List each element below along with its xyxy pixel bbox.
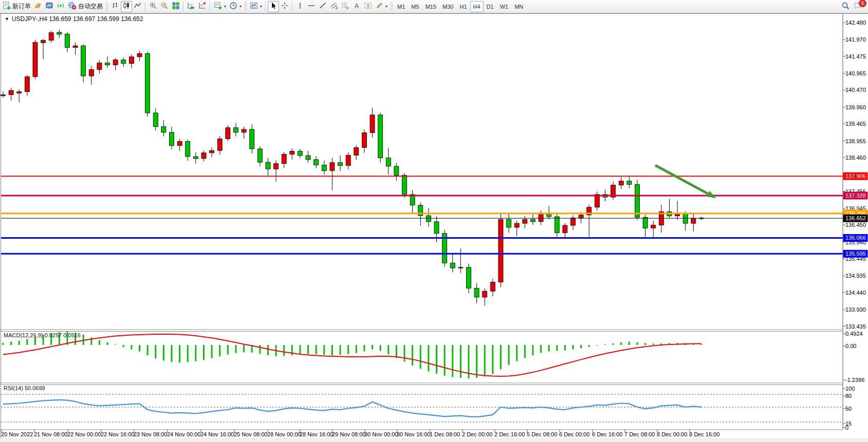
timeframe-M30[interactable]: M30 bbox=[439, 1, 456, 12]
auto-scroll-button[interactable] bbox=[186, 1, 197, 12]
cursor-button[interactable] bbox=[268, 1, 279, 12]
svg-text:135.595: 135.595 bbox=[845, 251, 866, 257]
signal-icon bbox=[57, 2, 65, 11]
svg-text:140.965: 140.965 bbox=[845, 70, 866, 76]
chevron-down-icon: ▾ bbox=[260, 4, 262, 9]
right-tools: 1 bbox=[840, 1, 864, 12]
timeframe-MN[interactable]: MN bbox=[511, 1, 526, 12]
toolbar-separator bbox=[210, 2, 211, 12]
new-order-button[interactable]: 新订单 bbox=[1, 1, 32, 12]
signal-button[interactable] bbox=[55, 1, 66, 12]
svg-text:136.652: 136.652 bbox=[845, 215, 866, 221]
svg-text:137.328: 137.328 bbox=[845, 193, 866, 199]
zoom-out-icon bbox=[160, 2, 169, 11]
svg-text:134.935: 134.935 bbox=[845, 273, 866, 279]
template-button[interactable]: ▾ bbox=[248, 1, 264, 12]
toolbar-separator bbox=[145, 2, 146, 12]
toolbar-grip bbox=[391, 2, 393, 11]
toolbar-separator bbox=[183, 2, 184, 12]
svg-text:28 Nov 16:00: 28 Nov 16:00 bbox=[300, 431, 333, 437]
tile-windows-button[interactable] bbox=[170, 1, 181, 12]
timeframe-M15[interactable]: M15 bbox=[422, 1, 439, 12]
svg-text:20 Nov 2022: 20 Nov 2022 bbox=[1, 431, 33, 437]
auto-trading-label: 自动交易 bbox=[78, 2, 103, 11]
arrows-icon bbox=[375, 2, 383, 11]
market-window-button[interactable] bbox=[44, 1, 55, 12]
tile-windows-icon bbox=[172, 2, 180, 11]
add-indicator-icon bbox=[214, 2, 222, 11]
timeframe-M1[interactable]: M1 bbox=[394, 1, 408, 12]
timeframe-group: M1M5M15M30H1H4D1W1MN bbox=[394, 1, 526, 12]
new-order-icon bbox=[3, 2, 11, 11]
svg-text:133.435: 133.435 bbox=[845, 323, 866, 330]
gold-icon bbox=[34, 2, 42, 11]
svg-text:137.906: 137.906 bbox=[845, 173, 866, 179]
vertical-line-button[interactable] bbox=[294, 1, 306, 12]
timeframe-H1[interactable]: H1 bbox=[456, 1, 470, 12]
search-button[interactable] bbox=[840, 1, 852, 12]
window-borders bbox=[0, 13, 868, 442]
svg-text:50: 50 bbox=[845, 406, 852, 412]
svg-text:0: 0 bbox=[845, 425, 848, 431]
text-label-button[interactable]: T bbox=[362, 1, 374, 12]
add-indicator-button[interactable]: ▾ bbox=[212, 1, 228, 12]
svg-text:140.470: 140.470 bbox=[845, 87, 866, 93]
svg-text:E: E bbox=[336, 6, 338, 10]
gold-button[interactable] bbox=[32, 1, 44, 12]
timeframe-W1[interactable]: W1 bbox=[497, 1, 512, 12]
svg-text:22 Nov 00:00: 22 Nov 00:00 bbox=[67, 431, 101, 437]
fibonacci-button[interactable]: F bbox=[340, 1, 351, 12]
bar-chart-button[interactable] bbox=[109, 1, 121, 12]
chart-canvas[interactable]: 142.480141.970141.475140.965140.470139.9… bbox=[0, 0, 868, 442]
zoom-out-button[interactable] bbox=[159, 1, 170, 12]
chart-shift-button[interactable] bbox=[197, 1, 208, 12]
text-icon: A bbox=[353, 2, 361, 11]
svg-text:30 Nov 00:00: 30 Nov 00:00 bbox=[364, 431, 398, 437]
candlestick-icon bbox=[122, 2, 131, 11]
trendline-button[interactable] bbox=[317, 1, 328, 12]
svg-text:6 Dec 16:00: 6 Dec 16:00 bbox=[592, 431, 622, 437]
svg-text:28 Nov 00:00: 28 Nov 00:00 bbox=[267, 431, 301, 437]
rsi-pane bbox=[3, 400, 701, 417]
timeframe-D1[interactable]: D1 bbox=[484, 1, 497, 12]
svg-text:139.960: 139.960 bbox=[845, 104, 866, 110]
rsi-levels bbox=[1, 394, 843, 422]
notification-badge: 1 bbox=[859, 0, 866, 7]
auto-trading-button[interactable]: 自动交易 bbox=[66, 1, 104, 12]
timeframe-M5[interactable]: M5 bbox=[408, 1, 422, 12]
channel-button[interactable]: E bbox=[328, 1, 340, 12]
timeframe-H4[interactable]: H4 bbox=[470, 1, 484, 12]
crosshair-button[interactable] bbox=[279, 1, 290, 12]
svg-text:F: F bbox=[347, 7, 349, 10]
svg-text:136.066: 136.066 bbox=[845, 235, 866, 241]
zoom-in-button[interactable] bbox=[147, 1, 159, 12]
horizontal-line-button[interactable] bbox=[306, 1, 317, 12]
svg-text:21 Nov 08:00: 21 Nov 08:00 bbox=[34, 431, 67, 437]
svg-text:A: A bbox=[355, 3, 359, 10]
vertical-line-icon bbox=[296, 2, 304, 11]
svg-text:2 Dec 16:00: 2 Dec 16:00 bbox=[494, 431, 525, 437]
zoom-in-icon bbox=[149, 2, 157, 11]
toolbar-grip bbox=[245, 2, 247, 11]
fibonacci-icon: F bbox=[341, 2, 349, 11]
svg-text:8 Dec 16:00: 8 Dec 16:00 bbox=[689, 431, 719, 437]
line-chart-button[interactable] bbox=[132, 1, 143, 12]
notifications-button[interactable]: 1 bbox=[852, 1, 864, 12]
svg-text:139.465: 139.465 bbox=[845, 121, 866, 127]
bar-chart-icon bbox=[111, 2, 119, 11]
svg-text:141.475: 141.475 bbox=[845, 53, 866, 60]
toolbar-separator bbox=[265, 2, 266, 12]
svg-text:142.480: 142.480 bbox=[845, 20, 866, 26]
svg-text:T: T bbox=[367, 4, 370, 9]
candlestick-button[interactable] bbox=[121, 1, 132, 12]
svg-text:80: 80 bbox=[845, 393, 852, 399]
svg-text:2 Dec 00:00: 2 Dec 00:00 bbox=[462, 431, 492, 437]
periods-button[interactable]: ▾ bbox=[228, 1, 243, 12]
chart-shift-icon bbox=[198, 2, 207, 11]
text-button[interactable]: A bbox=[351, 1, 362, 12]
svg-text:138.460: 138.460 bbox=[845, 155, 866, 161]
arrow-annotation[interactable] bbox=[655, 165, 716, 198]
arrows-button[interactable]: ▾ bbox=[374, 1, 389, 12]
price-axis[interactable]: 142.480141.970141.475140.965140.470139.9… bbox=[843, 20, 866, 431]
time-axis[interactable]: 20 Nov 202221 Nov 08:0022 Nov 00:0022 No… bbox=[1, 430, 719, 437]
